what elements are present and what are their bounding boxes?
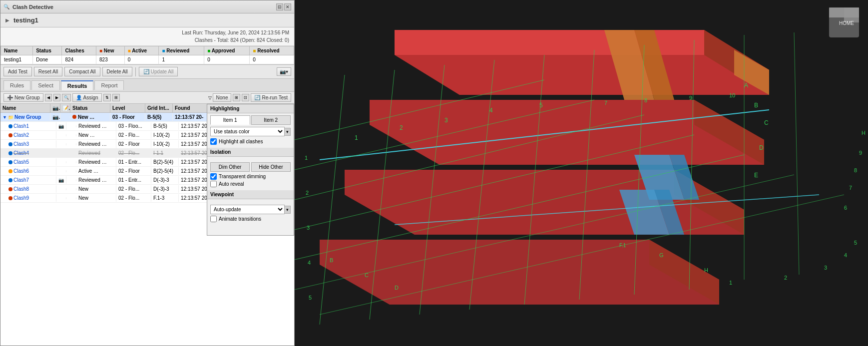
col-resolved: ■ Resolved bbox=[250, 46, 294, 55]
rh-note: 📝 bbox=[60, 104, 70, 112]
clash2-status: New NewActiveReviewed bbox=[76, 131, 116, 139]
tab-report[interactable]: Report bbox=[94, 80, 124, 90]
clash7-note bbox=[66, 179, 76, 181]
clash4-level: 02 - Flo... bbox=[116, 149, 151, 157]
hp-item1-tab[interactable]: Item 1 bbox=[210, 115, 250, 125]
update-all-button[interactable]: 🔄 Update All bbox=[139, 67, 178, 76]
clash-name-cell: testing1 bbox=[1, 55, 33, 64]
next-clash-button[interactable]: ▶ bbox=[53, 94, 60, 101]
svg-line-24 bbox=[295, 155, 744, 260]
minimize-button[interactable]: ⊟ bbox=[276, 3, 283, 10]
svg-line-28 bbox=[370, 70, 395, 320]
svg-line-33 bbox=[634, 45, 644, 295]
clash6-status-dropdown[interactable]: Active bbox=[93, 168, 116, 174]
clash8-note bbox=[66, 188, 76, 190]
group-collapse-icon[interactable]: ▼ bbox=[2, 115, 7, 120]
hp-color-dropdown-arrow[interactable]: ▾ bbox=[285, 128, 291, 136]
animate-transitions-checkbox[interactable] bbox=[210, 216, 217, 222]
filter-button[interactable]: 🔍 bbox=[62, 94, 71, 101]
col-approved: ■ Approved bbox=[204, 46, 250, 55]
none-dropdown-button[interactable]: None bbox=[213, 93, 232, 102]
svg-marker-16 bbox=[619, 190, 669, 235]
panel-title: testing1 bbox=[13, 16, 38, 24]
hp-color-select-row: Use status color ▾ bbox=[210, 127, 291, 136]
svg-text:C: C bbox=[365, 272, 369, 278]
group-level-cell: 03 - Floor bbox=[110, 113, 145, 121]
sort-button[interactable]: ⇅ bbox=[103, 94, 111, 101]
vp-select[interactable]: Auto-update bbox=[210, 205, 285, 214]
hp-item2-tab[interactable]: Item 2 bbox=[251, 115, 291, 125]
viewpoint-body: Auto-update ▾ Animate transitions bbox=[207, 201, 294, 225]
clash5-note bbox=[66, 161, 76, 163]
new-group-button[interactable]: ➕ New Group bbox=[3, 93, 43, 102]
animate-transitions-label: Animate transitions bbox=[219, 216, 261, 222]
svg-text:5: 5 bbox=[539, 102, 543, 109]
clash2-name: Clash2 bbox=[6, 131, 56, 139]
view-button2[interactable]: ⊡ bbox=[242, 94, 249, 101]
columns-button[interactable]: ⊞ bbox=[112, 94, 120, 101]
svg-text:4: 4 bbox=[844, 252, 847, 258]
clash5-cam bbox=[56, 161, 66, 163]
clash5-status-dropdown[interactable]: Reviewed bbox=[102, 159, 116, 165]
col-status: Status bbox=[33, 46, 62, 55]
tab-results[interactable]: Results bbox=[61, 80, 94, 90]
rerun-icon: 🔄 bbox=[254, 95, 260, 100]
rh-grid: Grid Int... bbox=[145, 104, 173, 112]
dim-other-button[interactable]: Dim Other bbox=[210, 162, 250, 172]
clash7-status-dropdown[interactable]: Reviewed bbox=[102, 177, 116, 183]
transparent-dimming-checkbox[interactable] bbox=[210, 173, 217, 180]
delete-all-button[interactable]: Delete All bbox=[102, 67, 132, 76]
hide-other-button[interactable]: Hide Other bbox=[251, 162, 291, 172]
clash-status-cell: Done bbox=[33, 55, 62, 64]
svg-line-26 bbox=[320, 195, 844, 315]
svg-line-18 bbox=[320, 110, 769, 160]
view-button1[interactable]: ⊞ bbox=[233, 94, 240, 101]
clash7-level: 01 - Entr... bbox=[116, 176, 151, 184]
reset-all-button[interactable]: Reset All bbox=[34, 67, 62, 76]
svg-marker-13 bbox=[634, 155, 684, 200]
svg-text:5: 5 bbox=[854, 240, 857, 246]
clash4-note bbox=[66, 152, 76, 154]
rh-cam: 📷 bbox=[50, 104, 60, 112]
clash1-status-dropdown[interactable]: ReviewedNewActive bbox=[102, 123, 116, 129]
svg-text:2: 2 bbox=[306, 190, 309, 196]
close-button[interactable]: ✕ bbox=[284, 3, 291, 10]
group-status-dropdown[interactable]: NewActiveReviewedApproved bbox=[89, 114, 110, 120]
svg-text:4: 4 bbox=[489, 107, 493, 114]
add-test-button[interactable]: Add Test bbox=[3, 67, 32, 76]
svg-text:8: 8 bbox=[644, 97, 647, 103]
svg-marker-74 bbox=[844, 7, 859, 22]
tab-select[interactable]: Select bbox=[31, 80, 60, 90]
hp-highlight-all-label: Highlight all clashes bbox=[219, 139, 263, 144]
hp-highlight-all-checkbox[interactable] bbox=[210, 138, 217, 145]
clash3-note bbox=[66, 143, 76, 145]
compact-all-button[interactable]: Compact All bbox=[64, 67, 100, 76]
hp-color-select[interactable]: Use status color bbox=[210, 127, 285, 136]
expand-icon[interactable]: ▶ bbox=[5, 17, 9, 23]
clash2-status-dropdown[interactable]: NewActiveReviewed bbox=[90, 132, 116, 138]
tab-rules[interactable]: Rules bbox=[3, 80, 30, 90]
rerun-test-button[interactable]: 🔄 Re-run Test bbox=[251, 93, 291, 102]
clash3-name: Clash3 bbox=[6, 140, 56, 148]
prev-clash-button[interactable]: ◀ bbox=[45, 94, 52, 101]
clash7-cam: 📷 bbox=[56, 176, 66, 184]
isolation-buttons: Dim Other Hide Other bbox=[210, 162, 291, 172]
viewport[interactable]: 1 2 3 4 5 7 8 9 10 A B C D E B C D F.1 G… bbox=[295, 0, 868, 346]
none-dropdown-group: ▽ None bbox=[208, 93, 232, 102]
svg-marker-4 bbox=[370, 100, 764, 165]
clash5-level: 01 - Entr... bbox=[116, 158, 151, 166]
svg-marker-73 bbox=[829, 7, 859, 17]
assign-button[interactable]: 👤 Assign bbox=[72, 93, 102, 102]
group-name-cell: ▼ 📁 New Group bbox=[0, 113, 50, 121]
clash1-status: Reviewed ReviewedNewActive bbox=[76, 122, 116, 130]
clash6-name: Clash6 bbox=[6, 167, 56, 175]
svg-text:3: 3 bbox=[444, 117, 448, 124]
svg-text:7: 7 bbox=[849, 185, 852, 191]
clash3-status-dropdown[interactable]: Reviewed bbox=[102, 141, 116, 147]
svg-line-31 bbox=[524, 55, 544, 305]
export-button[interactable]: 📷▾ bbox=[277, 67, 291, 76]
auto-reveal-checkbox[interactable] bbox=[210, 181, 217, 187]
run-info-line2: Clashes - Total: 824 (Open: 824 Closed: … bbox=[5, 36, 289, 44]
clashes-row[interactable]: testing1 Done 824 823 0 1 0 0 bbox=[1, 55, 294, 64]
vp-dropdown-arrow[interactable]: ▾ bbox=[285, 206, 291, 214]
